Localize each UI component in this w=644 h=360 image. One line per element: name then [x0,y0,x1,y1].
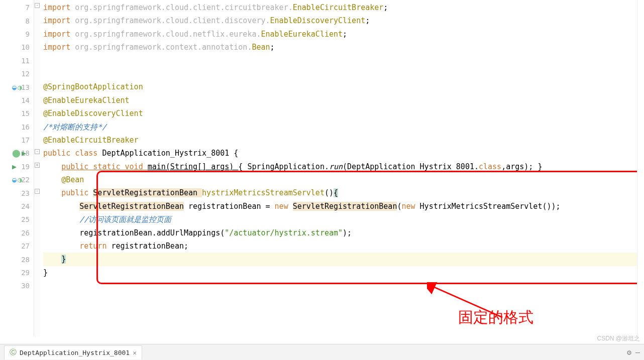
code-line[interactable]: import org.springframework.cloud.netflix… [43,28,644,41]
line-number: 28 [20,256,30,264]
code-area[interactable]: import org.springframework.cloud.client.… [40,0,644,336]
line-number: 30 [20,282,30,290]
line-number: 12 [20,70,30,78]
line-number: 29 [20,269,30,277]
code-line[interactable]: import org.springframework.cloud.client.… [43,1,644,14]
code-line[interactable] [43,54,644,67]
code-line[interactable]: return registrationBean; [43,239,644,253]
line-number: 11 [20,57,30,65]
line-number: 17 [20,136,30,144]
line-number: 14 [20,96,30,104]
code-line[interactable]: @Bean [43,173,644,186]
line-number: 27 [20,242,30,250]
code-line[interactable]: public class DeptApplication_Hystrix_800… [43,147,644,160]
run-icon[interactable]: ▶ [12,162,17,171]
class-icon: ⬤ [12,149,21,158]
code-line[interactable]: @SpringBootApplication [43,80,644,93]
code-editor[interactable]: 7 8 9 10 11 12 ◒◑13 14 15 16 17 ⬤▶18 ▶19… [0,0,644,336]
code-line-current[interactable]: } [43,253,644,266]
class-marker-icon: ◒ [12,83,17,92]
code-line[interactable]: @EnableDiscoveryClient [43,107,644,120]
fold-toggle-icon[interactable]: - [35,149,40,154]
bean-marker-icon: ◑ [18,175,22,184]
gear-icon[interactable]: ⚙ [627,348,631,357]
class-icon: Ⓒ [10,348,17,357]
annotation-text: 固定的格式 [458,307,533,328]
line-number: 23 [20,189,30,197]
fold-column: - - + - [34,0,40,336]
code-line[interactable]: @EnableCircuitBreaker [43,134,644,147]
line-number: 25 [20,215,30,223]
tab-label: DeptApplication_Hystrix_8001 [20,349,130,356]
code-line[interactable]: //访问该页面就是监控页面 [43,213,644,226]
fold-toggle-icon[interactable]: - [35,3,40,8]
code-line[interactable]: /*对熔断的支持*/ [43,121,644,134]
close-icon[interactable]: ✕ [133,349,137,356]
code-line[interactable]: import org.springframework.context.annot… [43,41,644,54]
code-line[interactable]: import org.springframework.cloud.client.… [43,14,644,27]
line-number: 7 [20,4,30,12]
line-number: 16 [20,123,30,131]
watermark: CSDN @游坦之 [597,334,640,343]
code-line[interactable]: registrationBean.addUrlMappings("/actuat… [43,226,644,239]
run-icon[interactable]: ▶ [22,149,26,158]
line-number: 19 [20,163,30,171]
line-number: 24 [20,202,30,210]
line-number: 9 [20,30,30,38]
breadcrumb-bar: Ⓒ DeptApplication_Hystrix_8001 ✕ ⚙ — [0,344,644,360]
code-line[interactable]: ServletRegistrationBean registrationBean… [43,200,644,213]
fold-toggle-icon[interactable]: - [35,189,40,194]
code-line[interactable] [43,279,644,292]
code-line[interactable]: public ServletRegistrationBean hystrixMe… [43,186,644,199]
line-number: 26 [20,229,30,237]
gutter: 7 8 9 10 11 12 ◒◑13 14 15 16 17 ⬤▶18 ▶19… [0,0,34,336]
class-marker-icon: ◑ [18,83,22,92]
code-line[interactable]: @EnableEurekaClient [43,94,644,107]
hide-icon[interactable]: — [635,348,640,357]
breadcrumb-tab[interactable]: Ⓒ DeptApplication_Hystrix_8001 ✕ [4,345,142,359]
bean-marker-icon: ◒ [12,175,17,184]
line-number: 8 [20,17,30,25]
code-line[interactable]: public static void main(String[] args) {… [43,160,644,173]
line-number: 10 [20,43,30,51]
code-line[interactable]: } [43,266,644,279]
code-line[interactable] [43,67,644,80]
right-gutter [637,0,644,336]
line-number: 15 [20,109,30,117]
fold-toggle-icon[interactable]: + [35,163,40,168]
